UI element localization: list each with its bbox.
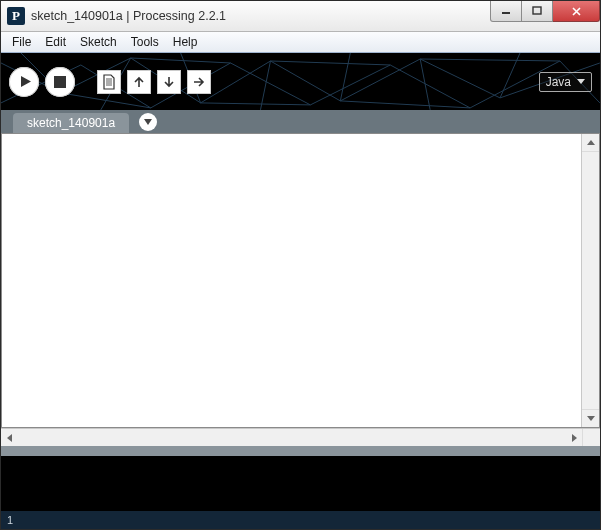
minimize-button[interactable]: [490, 1, 522, 22]
svg-rect-0: [502, 12, 510, 14]
menu-file[interactable]: File: [5, 33, 38, 51]
close-button[interactable]: [553, 1, 600, 22]
menu-bar: File Edit Sketch Tools Help: [1, 32, 600, 53]
save-button[interactable]: [157, 70, 181, 94]
menu-sketch[interactable]: Sketch: [73, 33, 124, 51]
maximize-button[interactable]: [522, 1, 553, 22]
run-button[interactable]: [9, 67, 39, 97]
app-window: P sketch_140901a | Processing 2.2.1 File…: [0, 0, 601, 530]
code-editor[interactable]: [2, 134, 581, 427]
arrow-up-icon: [587, 140, 595, 145]
menu-help[interactable]: Help: [166, 33, 205, 51]
scroll-left-button[interactable]: [1, 429, 18, 446]
arrow-down-icon: [587, 416, 595, 421]
console-divider[interactable]: [1, 446, 600, 456]
title-bar: P sketch_140901a | Processing 2.2.1: [1, 1, 600, 32]
arrow-up-icon: [132, 75, 146, 89]
console-output[interactable]: [1, 456, 600, 511]
window-title: sketch_140901a | Processing 2.2.1: [31, 9, 226, 23]
chevron-down-icon: [577, 79, 585, 84]
arrow-right-icon: [572, 434, 577, 442]
toolbar: Java: [1, 53, 600, 110]
chevron-down-icon: [144, 119, 152, 125]
scroll-right-button[interactable]: [566, 429, 583, 446]
mode-label: Java: [546, 75, 571, 89]
horizontal-scrollbar[interactable]: [1, 428, 600, 446]
status-line-number: 1: [7, 514, 13, 526]
app-icon: P: [7, 7, 25, 25]
status-bar: 1: [1, 511, 600, 529]
arrow-right-icon: [192, 75, 206, 89]
minimize-icon: [501, 6, 511, 16]
scroll-up-button[interactable]: [582, 134, 599, 152]
tab-strip: sketch_140901a: [1, 110, 600, 133]
mode-selector[interactable]: Java: [539, 72, 592, 92]
window-controls: [490, 1, 600, 21]
scroll-corner: [582, 429, 600, 446]
menu-tools[interactable]: Tools: [124, 33, 166, 51]
new-file-icon: [102, 74, 116, 90]
new-button[interactable]: [97, 70, 121, 94]
editor-viewport: [1, 133, 600, 428]
open-button[interactable]: [127, 70, 151, 94]
close-icon: [571, 6, 582, 17]
editor-area: [1, 133, 600, 446]
menu-edit[interactable]: Edit: [38, 33, 73, 51]
vertical-scrollbar[interactable]: [581, 134, 599, 427]
arrow-down-icon: [162, 75, 176, 89]
maximize-icon: [532, 6, 542, 16]
stop-button[interactable]: [45, 67, 75, 97]
arrow-left-icon: [7, 434, 12, 442]
svg-rect-1: [533, 7, 541, 14]
play-icon: [19, 75, 32, 88]
export-button[interactable]: [187, 70, 211, 94]
sketch-tab[interactable]: sketch_140901a: [13, 113, 129, 133]
scroll-down-button[interactable]: [582, 409, 599, 427]
tab-menu-button[interactable]: [139, 113, 157, 131]
svg-marker-2: [21, 76, 31, 87]
